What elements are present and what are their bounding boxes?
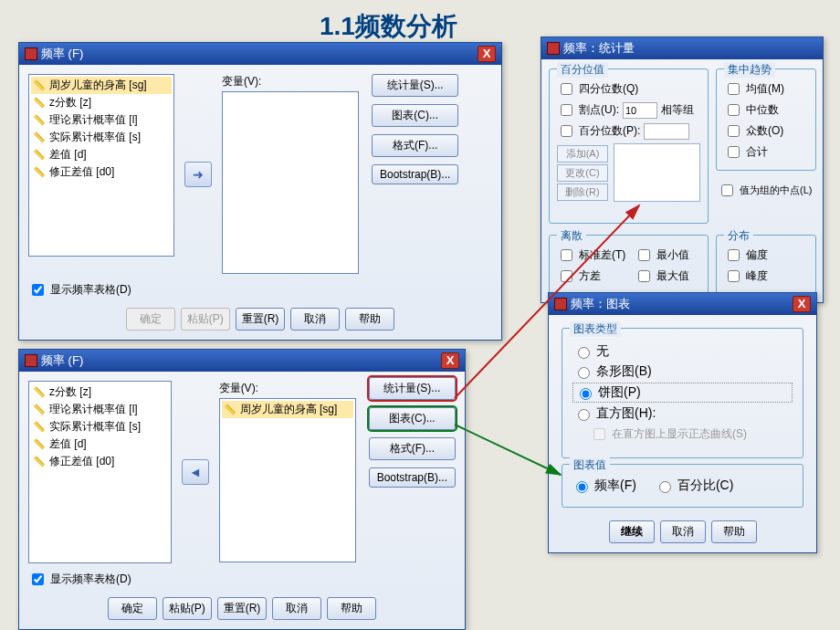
mean-checkbox[interactable] bbox=[728, 83, 740, 95]
close-icon[interactable]: X bbox=[478, 46, 496, 62]
list-item[interactable]: 📏实际累计概率值 [s] bbox=[31, 129, 172, 146]
close-icon[interactable]: X bbox=[793, 296, 811, 312]
hist-radio[interactable] bbox=[578, 409, 590, 421]
chart-type-legend: 图表类型 bbox=[570, 321, 621, 337]
variable-label: 变量(V): bbox=[222, 74, 359, 89]
list-item[interactable]: 📏周岁儿童的身高 [sg] bbox=[31, 77, 172, 94]
scale-icon: 📏 bbox=[33, 404, 46, 415]
help-button[interactable]: 帮助 bbox=[345, 308, 394, 331]
charts-button[interactable]: 图表(C)... bbox=[372, 104, 458, 127]
sum-checkbox[interactable] bbox=[728, 146, 740, 158]
min-checkbox[interactable] bbox=[638, 249, 650, 261]
median-checkbox[interactable] bbox=[728, 104, 740, 116]
percentile-legend: 百分位值 bbox=[557, 62, 608, 78]
statistics-dialog: 频率：统计量 百分位值 四分位数(Q) 割点(U): 相等组 百分位数(P): … bbox=[541, 37, 824, 303]
bootstrap-button[interactable]: Bootstrap(B)... bbox=[369, 467, 456, 488]
skew-checkbox[interactable] bbox=[728, 249, 740, 261]
app-icon bbox=[547, 42, 560, 55]
percentile-input[interactable] bbox=[644, 123, 689, 140]
statistics-button[interactable]: 统计量(S)... bbox=[372, 74, 458, 97]
var-checkbox[interactable] bbox=[561, 270, 572, 282]
max-checkbox[interactable] bbox=[638, 270, 650, 282]
kurt-checkbox[interactable] bbox=[728, 270, 740, 282]
title-text: 频率 (F) bbox=[41, 352, 83, 369]
scale-icon: 📏 bbox=[33, 166, 46, 178]
bootstrap-button[interactable]: Bootstrap(B)... bbox=[372, 164, 458, 184]
title-text: 频率：图表 bbox=[571, 296, 630, 312]
pct-radio[interactable] bbox=[659, 481, 671, 493]
format-button[interactable]: 格式(F)... bbox=[369, 437, 456, 460]
scale-icon: 📏 bbox=[224, 404, 236, 415]
scale-icon: 📏 bbox=[33, 438, 46, 450]
show-freq-table-label: 显示频率表格(D) bbox=[50, 282, 131, 298]
list-item[interactable]: 📏周岁儿童的身高 [sg] bbox=[222, 401, 353, 418]
scale-icon: 📏 bbox=[33, 97, 46, 109]
titlebar[interactable]: 频率 (F) X bbox=[19, 43, 501, 65]
page-title: 1.1频数分析 bbox=[320, 9, 457, 44]
none-radio[interactable] bbox=[578, 347, 590, 359]
svg-line-1 bbox=[455, 425, 561, 475]
move-left-button[interactable]: ◄ bbox=[182, 459, 209, 485]
list-item[interactable]: 📏修正差值 [d0] bbox=[31, 163, 172, 181]
frequency-dialog-1: 频率 (F) X 📏周岁儿童的身高 [sg] 📏z分数 [z] 📏理论累计概率值… bbox=[18, 42, 502, 341]
bar-radio[interactable] bbox=[578, 367, 590, 379]
show-freq-table-checkbox[interactable] bbox=[32, 284, 44, 296]
change-button: 更改(C) bbox=[557, 164, 608, 182]
app-icon bbox=[25, 354, 37, 367]
continue-button[interactable]: 继续 bbox=[609, 520, 655, 543]
charts-button[interactable]: 图表(C)... bbox=[369, 407, 456, 430]
ok-button: 确定 bbox=[126, 308, 175, 331]
ok-button[interactable]: 确定 bbox=[108, 597, 157, 620]
cancel-button[interactable]: 取消 bbox=[272, 597, 321, 620]
close-icon[interactable]: X bbox=[441, 352, 459, 369]
midpoint-checkbox[interactable] bbox=[721, 184, 733, 196]
freq-radio[interactable] bbox=[576, 481, 588, 493]
list-item[interactable]: 📏z分数 [z] bbox=[31, 94, 172, 111]
std-checkbox[interactable] bbox=[561, 249, 572, 261]
variable-label: 变量(V): bbox=[219, 381, 356, 396]
title-text: 频率 (F) bbox=[41, 46, 83, 62]
titlebar[interactable]: 频率：统计量 bbox=[541, 37, 823, 59]
list-item[interactable]: 📏修正差值 [d0] bbox=[31, 453, 169, 470]
list-item[interactable]: 📏差值 [d] bbox=[31, 436, 169, 453]
cancel-button[interactable]: 取消 bbox=[290, 308, 340, 331]
list-item[interactable]: 📏z分数 [z] bbox=[31, 383, 169, 401]
cutpoint-input[interactable] bbox=[623, 102, 657, 119]
target-var-list[interactable] bbox=[222, 91, 359, 274]
target-var-list[interactable]: 📏周岁儿童的身高 [sg] bbox=[219, 398, 356, 562]
percentile-checkbox[interactable] bbox=[561, 125, 572, 137]
statistics-button[interactable]: 统计量(S)... bbox=[369, 377, 456, 400]
reset-button[interactable]: 重置(R) bbox=[236, 308, 286, 331]
scale-icon: 📏 bbox=[33, 421, 46, 433]
cutpoint-checkbox[interactable] bbox=[561, 104, 572, 116]
paste-button[interactable]: 粘贴(P) bbox=[163, 597, 212, 620]
titlebar[interactable]: 频率：图表 X bbox=[549, 293, 816, 315]
remove-button: 删除(R) bbox=[557, 184, 608, 201]
chart-dialog: 频率：图表 X 图表类型 无 条形图(B) 饼图(P) 直方图(H): 在直方图… bbox=[548, 292, 817, 553]
reset-button[interactable]: 重置(R) bbox=[217, 597, 268, 620]
help-button[interactable]: 帮助 bbox=[711, 520, 757, 543]
list-item[interactable]: 📏实际累计概率值 [s] bbox=[31, 418, 169, 436]
list-item[interactable]: 📏理论累计概率值 [l] bbox=[31, 401, 169, 418]
quartile-checkbox[interactable] bbox=[561, 83, 572, 95]
show-freq-table-checkbox[interactable] bbox=[32, 573, 44, 585]
help-button[interactable]: 帮助 bbox=[327, 597, 376, 620]
distribution-legend: 分布 bbox=[724, 228, 753, 244]
cancel-button[interactable]: 取消 bbox=[660, 520, 706, 543]
add-button: 添加(A) bbox=[557, 145, 608, 163]
mode-checkbox[interactable] bbox=[728, 125, 740, 137]
scale-icon: 📏 bbox=[33, 114, 46, 126]
scale-icon: 📏 bbox=[33, 149, 46, 161]
format-button[interactable]: 格式(F)... bbox=[372, 134, 458, 157]
percentile-listbox[interactable] bbox=[614, 143, 700, 202]
titlebar[interactable]: 频率 (F) X bbox=[19, 350, 465, 372]
source-var-list[interactable]: 📏z分数 [z] 📏理论累计概率值 [l] 📏实际累计概率值 [s] 📏差值 [… bbox=[28, 381, 172, 563]
move-right-button[interactable]: ➜ bbox=[184, 162, 212, 187]
show-freq-table-label: 显示频率表格(D) bbox=[50, 572, 131, 587]
pie-radio[interactable] bbox=[580, 388, 592, 400]
source-var-list[interactable]: 📏周岁儿童的身高 [sg] 📏z分数 [z] 📏理论累计概率值 [l] 📏实际累… bbox=[28, 74, 174, 257]
frequency-dialog-2: 频率 (F) X 📏z分数 [z] 📏理论累计概率值 [l] 📏实际累计概率值 … bbox=[18, 349, 466, 630]
list-item[interactable]: 📏理论累计概率值 [l] bbox=[31, 111, 172, 129]
app-icon bbox=[25, 47, 37, 60]
list-item[interactable]: 📏差值 [d] bbox=[31, 146, 172, 163]
